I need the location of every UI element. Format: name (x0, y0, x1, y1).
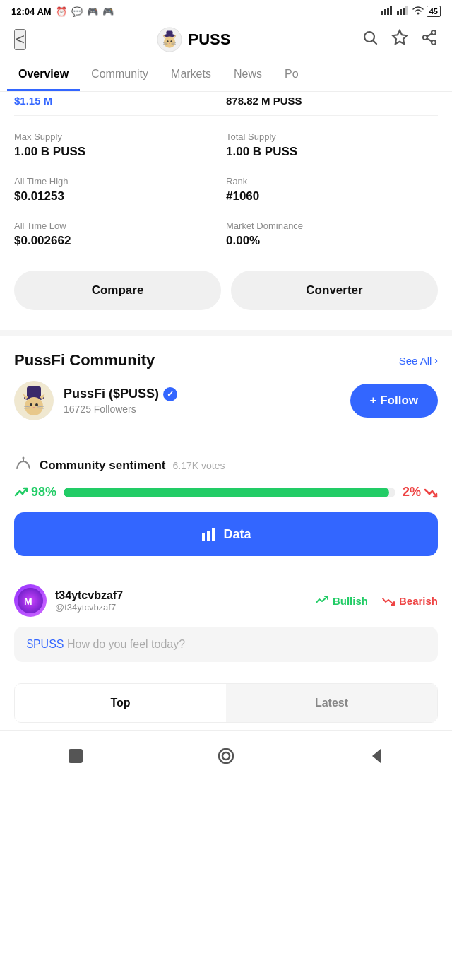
stat-dominance: Market Dominance 0.00% (226, 212, 438, 256)
followers-count: 16725 Followers (64, 403, 177, 415)
svg-point-38 (33, 407, 35, 408)
votes-count: 6.17K votes (173, 460, 225, 471)
sentiment-fill (64, 488, 389, 497)
square-icon (64, 745, 87, 767)
filter-tab-latest[interactable]: Latest (226, 684, 437, 722)
coin-name: PUSS (188, 30, 230, 49)
bullish-percentage: 98% (14, 485, 56, 500)
post-placeholder: How do you feel today? (67, 638, 185, 650)
svg-point-44 (23, 457, 25, 459)
svg-rect-3 (390, 6, 392, 15)
post-input-area[interactable]: $PUSS How do you feel today? (14, 627, 438, 662)
svg-line-40 (24, 408, 30, 409)
svg-rect-4 (397, 11, 399, 15)
filter-tab-top[interactable]: Top (15, 684, 226, 722)
stat-market-cap: $1.15 M (14, 92, 226, 112)
svg-point-36 (30, 403, 32, 406)
filter-tabs: Top Latest (14, 683, 438, 723)
post-username: t34ytcvbzaf7 (55, 589, 123, 602)
tab-community[interactable]: Community (80, 59, 160, 91)
sentiment-title: Community sentiment (40, 459, 166, 473)
community-text-info: PussFi ($PUSS) ✓ 16725 Followers (64, 386, 177, 415)
page-title-area: PUSS (157, 27, 230, 52)
post-handle: @t34ytcvbzaf7 (55, 602, 123, 613)
community-name: PussFi ($PUSS) ✓ (64, 386, 177, 401)
svg-rect-6 (403, 8, 405, 15)
stats-grid: Max Supply 1.00 B PUSS Total Supply 1.00… (14, 116, 438, 256)
post-section: M t34ytcvbzaf7 @t34ytcvbzaf7 Bullish Bea… (14, 584, 438, 683)
community-card: PussFi ($PUSS) ✓ 16725 Followers + Follo… (14, 381, 438, 435)
recents-button[interactable] (212, 742, 240, 770)
tab-markets[interactable]: Markets (160, 59, 222, 91)
community-section: PussFi Community See All › (0, 336, 452, 723)
max-supply-value: 1.00 B PUSS (14, 145, 226, 159)
share-icon[interactable] (421, 29, 438, 50)
atl-value: $0.002662 (14, 234, 226, 248)
home-button[interactable] (61, 742, 90, 770)
search-icon[interactable] (362, 29, 379, 50)
svg-rect-45 (202, 533, 205, 541)
post-user-details: t34ytcvbzaf7 @t34ytcvbzaf7 (55, 589, 123, 613)
bearish-button[interactable]: Bearish (382, 595, 438, 607)
svg-point-17 (169, 43, 170, 44)
svg-line-42 (37, 408, 44, 409)
whatsapp-icon: 💬 (71, 6, 83, 17)
svg-point-33 (25, 397, 43, 415)
status-time: 12:04 AM (11, 6, 52, 17)
circulating-value: 878.82 M PUSS (226, 95, 438, 107)
star-icon[interactable] (391, 29, 408, 50)
bearish-percentage: 2% (403, 485, 438, 500)
svg-rect-47 (212, 528, 215, 541)
header-icons (362, 29, 438, 50)
tab-portfolio[interactable]: Po (273, 59, 310, 91)
battery-level: 45 (429, 7, 438, 16)
community-section-title: PussFi Community (14, 351, 155, 370)
post-author-row: M t34ytcvbzaf7 @t34ytcvbzaf7 Bullish Bea… (14, 584, 438, 617)
follow-button[interactable]: + Follow (350, 384, 438, 418)
svg-point-52 (222, 752, 230, 760)
svg-rect-46 (207, 531, 210, 541)
back-triangle-icon (365, 745, 388, 767)
back-nav-button[interactable] (362, 742, 391, 770)
svg-point-8 (417, 13, 419, 15)
post-ticker: $PUSS (27, 638, 64, 650)
tab-overview[interactable]: Overview (7, 59, 80, 91)
chevron-right-icon: › (434, 355, 438, 366)
compare-button[interactable]: Compare (14, 271, 221, 310)
svg-marker-53 (372, 749, 381, 763)
ath-value: $0.01253 (14, 189, 226, 203)
back-button[interactable]: < (14, 29, 26, 50)
svg-point-37 (35, 403, 38, 406)
see-all-link[interactable]: See All › (399, 355, 438, 367)
tab-news[interactable]: News (222, 59, 273, 91)
bullish-button[interactable]: Bullish (316, 595, 368, 607)
signal-icon (381, 6, 394, 17)
stat-rank: Rank #1060 (226, 167, 438, 212)
post-sentiment-buttons: Bullish Bearish (316, 595, 438, 607)
partial-stats-row: $1.15 M 878.82 M PUSS (14, 92, 438, 116)
sentiment-bar-row: 98% 2% (14, 485, 438, 500)
data-button[interactable]: Data (14, 512, 438, 556)
converter-button[interactable]: Converter (231, 271, 438, 310)
svg-point-12 (164, 37, 175, 48)
dominance-label: Market Dominance (226, 220, 438, 231)
circle-icon (215, 745, 237, 767)
alarm-icon: ⏰ (56, 6, 67, 17)
atl-label: All Time Low (14, 220, 226, 231)
stat-ath: All Time High $0.01253 (14, 167, 226, 212)
community-avatar-img (14, 381, 54, 420)
game-icon1: 🎮 (87, 6, 98, 17)
community-info: PussFi ($PUSS) ✓ 16725 Followers (14, 381, 177, 420)
wifi-icon (412, 6, 424, 17)
total-supply-value: 1.00 B PUSS (226, 145, 438, 159)
svg-rect-7 (405, 6, 408, 15)
svg-rect-0 (381, 11, 383, 15)
verified-badge: ✓ (163, 387, 177, 401)
game-icon2: 🎮 (102, 6, 114, 17)
svg-point-15 (167, 40, 169, 42)
svg-rect-5 (400, 9, 402, 15)
stat-max-supply: Max Supply 1.00 B PUSS (14, 123, 226, 167)
battery-icon: 45 (427, 6, 441, 17)
svg-line-23 (374, 41, 377, 45)
svg-rect-50 (69, 749, 83, 763)
